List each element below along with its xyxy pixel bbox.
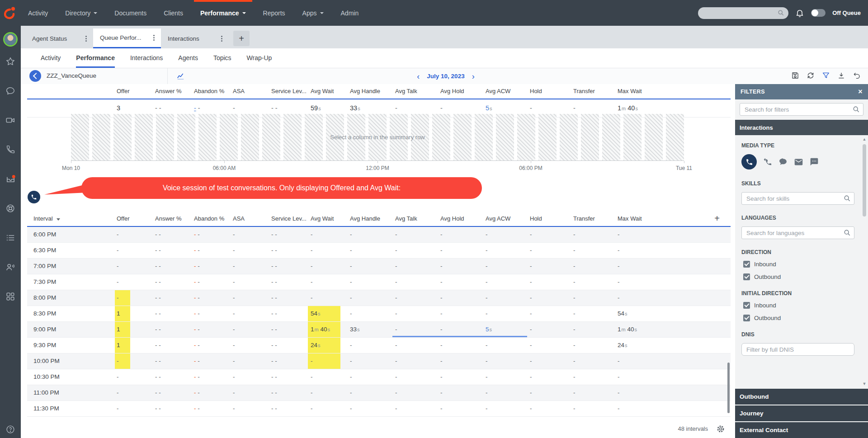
nav-item-documents[interactable]: Documents xyxy=(114,0,146,26)
prev-day-arrow[interactable]: ‹ xyxy=(416,72,420,80)
cell-avg-talk-7-30-pm[interactable]: - xyxy=(392,274,438,290)
cell-max-wait-11-00-pm[interactable]: - xyxy=(615,385,665,400)
cell-transfer-9-00-pm[interactable]: - xyxy=(571,321,615,337)
video-icon[interactable] xyxy=(0,105,21,135)
cell-avg-hold-11-30-pm[interactable]: - xyxy=(438,400,483,416)
cell-hold-7-30-pm[interactable]: - xyxy=(527,274,571,290)
cell-hold-7-00-pm[interactable]: - xyxy=(527,258,571,274)
cell-avg-acw-11-30-pm[interactable]: - xyxy=(483,400,527,416)
cell-avg-wait-10-00-pm[interactable]: - xyxy=(308,353,347,369)
cell-avg-hold-6-30-pm[interactable]: - xyxy=(438,242,483,258)
cell-answer-11-30-pm[interactable]: - - xyxy=(152,400,191,416)
interval-col-avg-talk[interactable]: Avg Talk xyxy=(392,212,438,226)
media-voice-icon[interactable] xyxy=(741,154,757,170)
media-callback-icon[interactable] xyxy=(763,157,772,166)
agent-audio-icon[interactable] xyxy=(0,252,21,282)
cell-transfer-8-30-pm[interactable]: - xyxy=(571,306,615,321)
cell-answer-9-30-pm[interactable]: - - xyxy=(152,337,191,353)
cell-hold-8-00-pm[interactable]: - xyxy=(527,290,571,306)
table-scrollbar[interactable] xyxy=(727,363,730,413)
summary-col-service-lev[interactable]: Service Lev... xyxy=(269,84,308,99)
favorites-star-icon[interactable] xyxy=(0,47,21,76)
cell-avg-talk-8-30-pm[interactable]: - xyxy=(392,306,438,321)
nav-item-clients[interactable]: Clients xyxy=(164,0,183,26)
initial-direction-outbound-checkbox-row[interactable]: Outbound xyxy=(743,315,854,321)
subtab-activity[interactable]: Activity xyxy=(41,48,61,68)
cell-avg-acw-7-30-pm[interactable]: - xyxy=(483,274,527,290)
cell-answer-7-30-pm[interactable]: - - xyxy=(152,274,191,290)
initial-direction-inbound-checkbox-row[interactable]: Inbound xyxy=(743,302,854,309)
cell-abandon-6-30-pm[interactable]: - - xyxy=(191,242,230,258)
interval-column-header[interactable]: Interval xyxy=(27,212,114,226)
summary-col-max-wait[interactable]: Max Wait xyxy=(615,84,665,99)
cell-max-wait-6-00-pm[interactable]: - xyxy=(615,226,665,242)
cell-avg-handle-6-00-pm[interactable]: - xyxy=(347,226,392,242)
subtab-interactions[interactable]: Interactions xyxy=(130,48,163,68)
cell-answer-10-00-pm[interactable]: - - xyxy=(152,353,191,369)
cell-service-lev-11-00-pm[interactable]: - - xyxy=(269,385,308,400)
nav-item-directory[interactable]: Directory xyxy=(65,0,97,26)
cell-avg-wait-8-00-pm[interactable]: - xyxy=(308,290,347,306)
chat-icon[interactable] xyxy=(0,76,21,105)
cell-avg-talk-10-30-pm[interactable]: - xyxy=(392,369,438,385)
cell-avg-talk-9-00-pm[interactable]: - xyxy=(392,321,438,337)
cell-avg-handle-11-30-pm[interactable]: - xyxy=(347,400,392,416)
media-chat-icon[interactable] xyxy=(778,157,788,166)
cell-service-lev-7-00-pm[interactable]: - - xyxy=(269,258,308,274)
cell-hold-6-30-pm[interactable]: - xyxy=(527,242,571,258)
cell-avg-wait-6-30-pm[interactable]: - xyxy=(308,242,347,258)
cell-avg-handle-8-00-pm[interactable]: - xyxy=(347,290,392,306)
cell-avg-acw-7-00-pm[interactable]: - xyxy=(483,258,527,274)
summary-col-hold[interactable]: Hold xyxy=(527,84,571,99)
cell-max-wait-9-30-pm[interactable]: 24s xyxy=(615,337,665,353)
cell-transfer-7-30-pm[interactable]: - xyxy=(571,274,615,290)
cell-transfer-11-00-pm[interactable]: - xyxy=(571,385,615,400)
cell-asa-8-30-pm[interactable]: - xyxy=(230,306,269,321)
cell-avg-hold-8-30-pm[interactable]: - xyxy=(438,306,483,321)
cell-abandon-7-30-pm[interactable]: - - xyxy=(191,274,230,290)
nav-item-reports[interactable]: Reports xyxy=(263,0,285,26)
cell-abandon-10-30-pm[interactable]: - - xyxy=(191,369,230,385)
cell-avg-acw-10-30-pm[interactable]: - xyxy=(483,369,527,385)
cell-avg-wait-6-00-pm[interactable]: - xyxy=(308,226,347,242)
tab-interactions[interactable]: Interactions xyxy=(161,28,229,48)
chart-view-icon[interactable] xyxy=(176,72,185,80)
cell-avg-acw-6-00-pm[interactable]: - xyxy=(483,226,527,242)
cell-avg-acw-10-00-pm[interactable]: - xyxy=(483,353,527,369)
cell-asa-10-30-pm[interactable]: - xyxy=(230,369,269,385)
subtab-wrap-up[interactable]: Wrap-Up xyxy=(247,48,272,68)
interval-col-max-wait[interactable]: Max Wait xyxy=(615,212,665,226)
cell-transfer-10-00-pm[interactable]: - xyxy=(571,353,615,369)
filter-funnel-icon[interactable] xyxy=(822,71,830,80)
cell-avg-talk-6-30-pm[interactable]: - xyxy=(392,242,438,258)
cell-avg-wait-10-30-pm[interactable]: - xyxy=(308,369,347,385)
summary-col-avg-acw[interactable]: Avg ACW xyxy=(483,84,527,99)
subtab-performance[interactable]: Performance xyxy=(76,48,115,68)
cell-abandon-8-30-pm[interactable]: - - xyxy=(191,306,230,321)
languages-search-input[interactable] xyxy=(741,226,854,239)
cell-answer-9-00-pm[interactable]: - - xyxy=(152,321,191,337)
cell-avg-wait-9-00-pm[interactable]: 1m 40s xyxy=(308,321,347,337)
cell-abandon-10-00-pm[interactable]: - - xyxy=(191,353,230,369)
cell-avg-acw-9-30-pm[interactable]: - xyxy=(483,337,527,353)
cell-answer-6-00-pm[interactable]: - - xyxy=(152,226,191,242)
cell-avg-wait-11-00-pm[interactable]: - xyxy=(308,385,347,400)
summary-col-transfer[interactable]: Transfer xyxy=(571,84,615,99)
scrollbar-thumb[interactable] xyxy=(863,144,866,217)
interval-col-service-lev[interactable]: Service Lev... xyxy=(269,212,308,226)
cell-offer-9-00-pm[interactable]: 1 xyxy=(114,321,152,337)
cell-answer-7-00-pm[interactable]: - - xyxy=(152,258,191,274)
interval-col-offer[interactable]: Offer xyxy=(114,212,152,226)
cell-offer-11-30-pm[interactable]: - xyxy=(114,400,152,416)
cell-transfer-6-30-pm[interactable]: - xyxy=(571,242,615,258)
section-interactions[interactable]: Interactions xyxy=(735,120,868,135)
help-icon[interactable] xyxy=(0,424,21,434)
cell-answer-6-30-pm[interactable]: - - xyxy=(152,242,191,258)
interval-col-avg-hold[interactable]: Avg Hold xyxy=(438,212,483,226)
cell-max-wait-8-00-pm[interactable]: - xyxy=(615,290,665,306)
cell-avg-acw-8-30-pm[interactable]: - xyxy=(483,306,527,321)
cell-abandon-11-30-pm[interactable]: - - xyxy=(191,400,230,416)
summary-col-avg-talk[interactable]: Avg Talk xyxy=(392,84,438,99)
cell-abandon-8-00-pm[interactable]: - - xyxy=(191,290,230,306)
checkbox-checked-icon[interactable] xyxy=(743,273,750,280)
